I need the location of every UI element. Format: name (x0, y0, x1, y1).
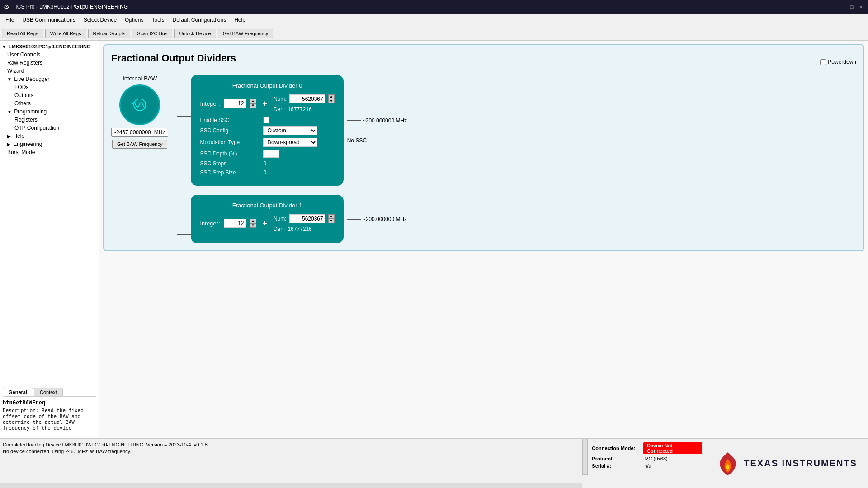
divider0-num-row: Num: ▲ ▼ (274, 94, 335, 103)
divider1-title: Fractional Output Divider 1 (200, 202, 334, 209)
divider0-num-spin-up[interactable]: ▲ (328, 94, 335, 99)
divider0-spin-up[interactable]: ▲ (250, 99, 256, 103)
menu-bar: File USB Communications Select Device Op… (0, 14, 868, 26)
divider1-spin-down[interactable]: ▼ (250, 223, 256, 228)
baw-freq-unit: MHz (154, 129, 165, 136)
divider0-den-value: 16777216 (288, 106, 311, 113)
scroll-x[interactable] (0, 483, 582, 488)
sidebar-item-help[interactable]: ▶ Help (0, 132, 99, 140)
powerdown-checkbox[interactable] (820, 59, 826, 65)
maximize-button[interactable]: □ (848, 3, 855, 10)
divider1-output-freq: ~200.000000 MHz (363, 216, 407, 222)
divider1-num-spin-up[interactable]: ▲ (328, 214, 335, 219)
ssc-steps-label: SSC Steps (200, 160, 263, 167)
sidebar-item-raw-registers[interactable]: Raw Registers (0, 59, 99, 67)
sidebar-item-burst-mode[interactable]: Burst Mode (0, 148, 99, 156)
sidebar-item-registers[interactable]: Registers (0, 116, 99, 124)
expand-help-icon: ▶ (7, 134, 11, 139)
write-all-regs-button[interactable]: Write All Regs (45, 29, 86, 38)
divider1-num-input[interactable] (289, 214, 326, 223)
divider0-num-spin-down[interactable]: ▼ (328, 99, 335, 103)
status-log: Completed loading Device LMK3H0102-PG1p0… (0, 439, 588, 488)
divider0-num-input[interactable] (289, 94, 326, 103)
menu-help[interactable]: Help (231, 15, 249, 25)
ssc-config-row: SSC Config Custom Standard1 Standard2 (200, 126, 334, 135)
connection-mode-row: Connection Mode: Device Not Connected (592, 442, 702, 454)
ssc-steps-row: SSC Steps 0 (200, 160, 334, 167)
modulation-type-select[interactable]: Down-spread Center-spread (263, 138, 317, 147)
menu-options[interactable]: Options (121, 15, 147, 25)
divider1-block: Fractional Output Divider 1 Integer: ▲ ▼… (191, 195, 343, 243)
divider0-integer-input[interactable] (224, 99, 246, 108)
divider1-num-spin-down[interactable]: ▼ (328, 219, 335, 223)
sidebar-item-live-debugger[interactable]: ▼ Live Debugger (0, 75, 99, 83)
divider1-integer-input[interactable] (224, 219, 246, 228)
unlock-device-button[interactable]: Unlock Device (174, 29, 216, 38)
ssc-config-label: SSC Config (200, 127, 263, 134)
ssc-depth-input[interactable] (263, 150, 279, 158)
divider1-num-label: Num: (274, 216, 287, 222)
sidebar-item-user-controls[interactable]: User Controls (0, 51, 99, 59)
powerdown-section: Powerdown (820, 59, 856, 65)
sidebar-item-wizard[interactable]: Wizard (0, 67, 99, 75)
divider0-num-spin: ▲ ▼ (328, 94, 335, 103)
title-bar: ⚙ TICS Pro - LMK3H0102-PG1p0-ENGINEERING… (0, 0, 868, 14)
close-button[interactable]: × (857, 3, 864, 10)
ssc-depth-label: SSC Depth (%) (200, 150, 263, 157)
enable-ssc-checkbox[interactable] (263, 117, 269, 123)
plus-sign-1: + (263, 219, 268, 228)
sidebar-root[interactable]: ▼ LMK3H0102-PG1p0-ENGINEERING (0, 42, 99, 51)
modulation-type-row: Modulation Type Down-spread Center-sprea… (200, 138, 334, 147)
content-area: Fractional Output Dividers Powerdown Int… (99, 41, 868, 438)
status-right-panel: Connection Mode: Device Not Connected Pr… (588, 439, 706, 488)
menu-default-configurations[interactable]: Default Configurations (169, 15, 230, 25)
divider0-output-freq: ~200.000000 MHz (363, 117, 407, 124)
fod-panel: Fractional Output Dividers Powerdown Int… (103, 44, 864, 251)
get-baw-frequency-btn[interactable]: Get BAW Frequency (112, 140, 167, 149)
divider0-output: ~200.000000 MHz No SSC (347, 117, 407, 144)
fod-title: Fractional Output Dividers (111, 52, 236, 64)
ssc-section: Enable SSC SSC Config Custom Standard1 S… (200, 117, 334, 176)
sidebar-item-outputs[interactable]: Outputs (0, 91, 99, 99)
expand-programming-icon: ▼ (7, 109, 12, 114)
ssc-step-size-value: 0 (263, 169, 266, 176)
ti-flame-icon (717, 450, 739, 477)
get-baw-frequency-button[interactable]: Get BAW Frequency (218, 29, 273, 38)
divider1-spin-up[interactable]: ▲ (250, 219, 256, 223)
scan-i2c-bus-button[interactable]: Scan I2C Bus (132, 29, 172, 38)
reload-scripts-button[interactable]: Reload Scripts (88, 29, 131, 38)
divider0-spin-buttons: ▲ ▼ (250, 99, 256, 108)
baw-frequency-box: -2467.0000000 MHz (111, 128, 168, 137)
minimize-button[interactable]: − (839, 3, 846, 10)
expand-engineering-icon: ▶ (7, 142, 11, 147)
tab-general[interactable]: General (3, 388, 33, 396)
sidebar-item-programming[interactable]: ▼ Programming (0, 108, 99, 116)
sidebar-item-otp-configuration[interactable]: OTP Configuration (0, 124, 99, 132)
app-title: ⚙ TICS Pro - LMK3H0102-PG1p0-ENGINEERING (4, 3, 128, 10)
plus-sign: + (263, 99, 268, 108)
divider0-den-row: Den: 16777216 (274, 106, 335, 113)
ssc-config-select[interactable]: Custom Standard1 Standard2 (263, 126, 317, 135)
context-content: btnGetBAWFreq Description: Read the fixe… (3, 397, 96, 434)
enable-ssc-row: Enable SSC (200, 117, 334, 123)
read-all-regs-button[interactable]: Read All Regs (2, 29, 43, 38)
tab-bar: General Context (3, 388, 96, 397)
divider1-integer-row: Integer: ▲ ▼ + Num: (200, 214, 334, 232)
tab-context[interactable]: Context (34, 388, 63, 396)
ssc-step-size-label: SSC Step Size (200, 169, 263, 176)
sidebar-item-fods[interactable]: FODs (0, 83, 99, 91)
divider0-spin-down[interactable]: ▼ (250, 103, 256, 108)
scroll-y[interactable] (582, 439, 588, 475)
menu-usb-communications[interactable]: USB Communications (19, 15, 79, 25)
menu-file[interactable]: File (2, 15, 18, 25)
sidebar-item-engineering[interactable]: ▶ Engineering (0, 140, 99, 148)
sidebar-item-others[interactable]: Others (0, 99, 99, 108)
menu-select-device[interactable]: Select Device (80, 15, 120, 25)
powerdown-label: Powerdown (828, 59, 856, 65)
sidebar-tree: ▼ LMK3H0102-PG1p0-ENGINEERING User Contr… (0, 42, 99, 385)
divider1-spin-buttons: ▲ ▼ (250, 219, 256, 228)
sidebar: ▼ LMK3H0102-PG1p0-ENGINEERING User Contr… (0, 41, 99, 438)
divider1-num-row: Num: ▲ ▼ (274, 214, 335, 223)
log-line-2: No device connected, using 2467 MHz as B… (3, 448, 585, 455)
menu-tools[interactable]: Tools (148, 15, 168, 25)
